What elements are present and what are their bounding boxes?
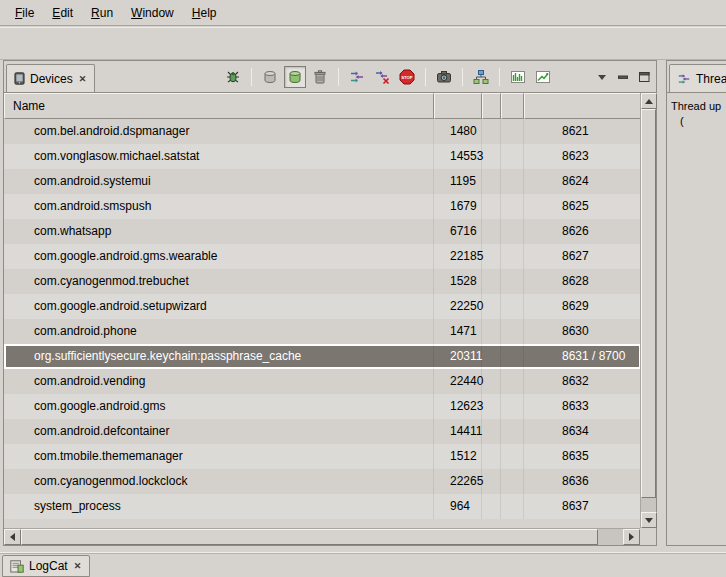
menu-item-file[interactable]: File: [6, 3, 43, 23]
table-row[interactable]: com.whatsapp67168626: [4, 219, 641, 244]
scrollbar-corner: [640, 528, 656, 545]
view-hierarchy-button[interactable]: [470, 66, 492, 88]
process-name: com.bel.android.dspmanager: [4, 119, 434, 144]
table-row[interactable]: com.android.smspush16798625: [4, 194, 641, 219]
process-port: 8625: [524, 194, 641, 219]
process-port: 8621: [524, 119, 641, 144]
empty-cell: [501, 444, 524, 469]
process-name: com.google.android.setupwizard: [4, 294, 434, 319]
table-row[interactable]: com.cyanogenmod.lockclock222658636: [4, 469, 641, 494]
table-row[interactable]: com.android.vending224408632: [4, 369, 641, 394]
table-row[interactable]: com.google.android.setupwizard222508629: [4, 294, 641, 319]
column-header-pid[interactable]: [434, 93, 482, 119]
minimize-button[interactable]: [614, 67, 632, 87]
process-name: com.android.phone: [4, 319, 434, 344]
close-icon[interactable]: ✕: [73, 561, 83, 571]
screen-capture-icon: [436, 69, 452, 85]
empty-cell: [482, 119, 501, 144]
scroll-down-button[interactable]: [641, 512, 657, 528]
arrow-down-icon: [645, 518, 653, 523]
show-heap-updates-button[interactable]: [259, 66, 281, 88]
stop-process-button[interactable]: STOP: [396, 66, 418, 88]
empty-cell: [482, 369, 501, 394]
toolbar-separator: [462, 68, 463, 86]
empty-cell: [482, 469, 501, 494]
horizontal-scrollbar-thumb[interactable]: [21, 529, 598, 545]
column-header-empty2[interactable]: [501, 93, 524, 119]
menu-item-window[interactable]: Window: [122, 3, 183, 23]
process-name: com.tmobile.thememanager: [4, 444, 434, 469]
horizontal-scrollbar[interactable]: [4, 528, 640, 545]
vertical-scrollbar-thumb[interactable]: [641, 109, 656, 498]
table-row[interactable]: com.android.phone14718630: [4, 319, 641, 344]
scroll-up-button[interactable]: [641, 93, 657, 109]
arrow-right-icon: [629, 533, 634, 541]
column-header-name[interactable]: Name: [4, 93, 434, 119]
scroll-right-button[interactable]: [623, 529, 640, 545]
chevron-down-icon: [597, 72, 607, 82]
process-port: 8626: [524, 219, 641, 244]
empty-cell: [501, 269, 524, 294]
process-port: 8632: [524, 369, 641, 394]
scroll-left-button[interactable]: [4, 529, 21, 545]
process-name: system_process: [4, 494, 434, 519]
process-pid: 1480: [434, 119, 482, 144]
stop-thread-updates-button[interactable]: [371, 66, 393, 88]
screen-capture-button[interactable]: [433, 66, 455, 88]
table-row[interactable]: com.android.systemui11958624: [4, 169, 641, 194]
tab-threads[interactable]: Threads: [669, 64, 726, 92]
tab-logcat[interactable]: LogCat ✕: [2, 555, 90, 577]
table-body: com.bel.android.dspmanager14808621com.vo…: [4, 119, 641, 519]
empty-cell: [482, 144, 501, 169]
table-row[interactable]: com.android.defcontainer144118634: [4, 419, 641, 444]
empty-cell: [501, 344, 524, 369]
empty-cell: [501, 494, 524, 519]
empty-cell: [501, 194, 524, 219]
process-pid: 1679: [434, 194, 482, 219]
cause-gc-button[interactable]: [309, 66, 331, 88]
maximize-button[interactable]: [635, 67, 653, 87]
process-pid: 22440: [434, 369, 482, 394]
debug-process-button[interactable]: [222, 66, 244, 88]
update-threads-button[interactable]: [346, 66, 368, 88]
method-profiling-button[interactable]: [532, 66, 554, 88]
process-pid: 1195: [434, 169, 482, 194]
update-heap-icon: [287, 69, 303, 85]
menu-item-help[interactable]: Help: [183, 3, 226, 23]
menu-item-run[interactable]: Run: [82, 3, 122, 23]
process-name: com.vonglasow.michael.satstat: [4, 144, 434, 169]
process-name: com.google.android.gms: [4, 394, 434, 419]
view-hierarchy-icon: [473, 69, 489, 85]
view-menu-button[interactable]: [593, 67, 611, 87]
column-header-empty1[interactable]: [482, 93, 501, 119]
table-row[interactable]: com.vonglasow.michael.satstat145538623: [4, 144, 641, 169]
capture-systrace-button[interactable]: [507, 66, 529, 88]
empty-cell: [482, 219, 501, 244]
table-row[interactable]: system_process9648637: [4, 494, 641, 519]
table-row[interactable]: com.tmobile.thememanager15128635: [4, 444, 641, 469]
menu-item-edit[interactable]: Edit: [43, 3, 82, 23]
close-icon[interactable]: ✕: [78, 74, 88, 84]
empty-cell: [501, 219, 524, 244]
update-heap-button[interactable]: [284, 66, 306, 88]
process-pid: 6716: [434, 219, 482, 244]
empty-cell: [501, 469, 524, 494]
table-row[interactable]: com.cyanogenmod.trebuchet15288628: [4, 269, 641, 294]
column-header-port[interactable]: [524, 93, 641, 119]
table-row-selected[interactable]: org.sufficientlysecure.keychain:passphra…: [4, 344, 641, 369]
table-row[interactable]: com.bel.android.dspmanager14808621: [4, 119, 641, 144]
tab-devices[interactable]: Devices ✕: [6, 64, 95, 92]
empty-cell: [482, 269, 501, 294]
process-name: com.google.android.gms.wearable: [4, 244, 434, 269]
show-heap-updates-icon: [262, 69, 278, 85]
empty-cell: [501, 319, 524, 344]
table-row[interactable]: com.google.android.gms126238633: [4, 394, 641, 419]
process-pid: 1512: [434, 444, 482, 469]
arrow-left-icon: [10, 533, 15, 541]
process-pid: 14411: [434, 419, 482, 444]
empty-cell: [501, 394, 524, 419]
devices-panel: Devices ✕: [3, 60, 657, 546]
table-row[interactable]: com.google.android.gms.wearable221858627: [4, 244, 641, 269]
vertical-scrollbar[interactable]: [640, 93, 656, 528]
empty-cell: [501, 419, 524, 444]
